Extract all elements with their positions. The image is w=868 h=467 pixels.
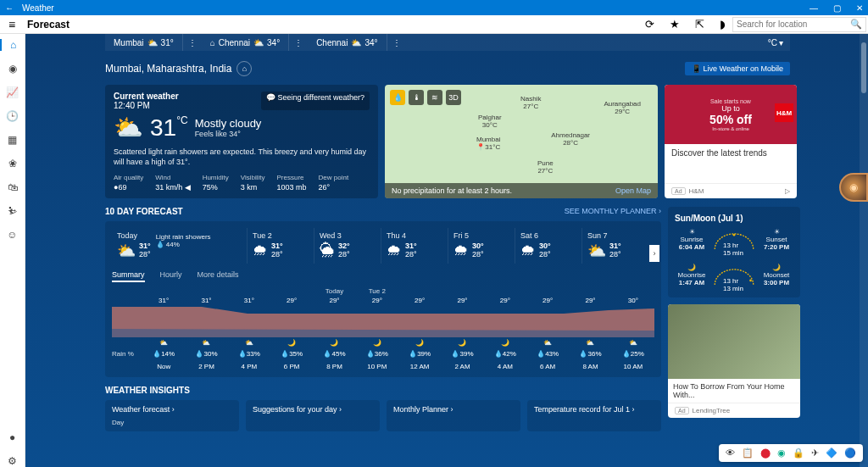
- location-tab-mumbai[interactable]: Mumbai ⛅ 31°: [105, 34, 183, 51]
- moonrise-icon: 🌙: [687, 264, 696, 271]
- different-weather-link[interactable]: 💬 Seeing different weather?: [261, 92, 370, 110]
- hm-logo: H&M: [775, 103, 793, 122]
- search-input[interactable]: [733, 18, 865, 31]
- ad-image: [668, 304, 800, 379]
- ad-panel-1[interactable]: Sale starts now Up to 50% off In-store &…: [665, 85, 797, 198]
- day-card[interactable]: Sat 6🌧30°28°: [515, 228, 582, 264]
- cloud-icon: ⛅: [147, 38, 158, 47]
- next-days-icon[interactable]: ›: [649, 245, 659, 262]
- weather-icon: ⛅: [114, 114, 143, 142]
- tray-icon[interactable]: 📋: [742, 448, 754, 459]
- tab-more-icon[interactable]: ⋮: [183, 38, 202, 47]
- tray-icon[interactable]: 🔒: [793, 448, 804, 459]
- insight-suggestions[interactable]: Suggestions for your day ›: [246, 400, 380, 431]
- day-card[interactable]: Sun 7⛅31°28°: [582, 228, 649, 264]
- weather-icon: 🌧: [520, 242, 536, 259]
- day-card[interactable]: Thu 4🌧31°28°: [381, 228, 448, 264]
- current-temp: 31: [150, 114, 176, 141]
- cloud-icon: ⛅: [253, 38, 264, 47]
- tray-icon[interactable]: ✈: [811, 448, 819, 459]
- current-weather-panel: Current weather 12:40 PM 💬 Seeing differ…: [105, 85, 378, 198]
- weather-map[interactable]: 💧 🌡 ≋ 3D Nashik27°C Aurangabad29°C Palgh…: [385, 85, 658, 198]
- sidebar: ⌂ ◉ 📈 🕒 ▦ ❀ 🛍 ⛷ ☺ ● ⚙: [0, 34, 25, 467]
- sidebar-item-settings[interactable]: ⚙: [8, 455, 17, 467]
- forecast-title: 10 DAY FORECAST: [105, 207, 183, 216]
- maximize-icon[interactable]: ▢: [833, 3, 841, 13]
- favorite-icon[interactable]: ★: [670, 18, 680, 31]
- day-card[interactable]: Fri 5🌧30°28°: [448, 228, 515, 264]
- assistant-button[interactable]: ◉: [839, 173, 868, 202]
- sidebar-item-monthly[interactable]: ▦: [8, 134, 17, 146]
- day-card-today[interactable]: Today ⛅ 31°28° Light rain showers💧 44%: [112, 228, 248, 264]
- day-card[interactable]: Tue 2🌧31°28°: [248, 228, 314, 264]
- sidebar-item-pollen[interactable]: ❀: [8, 158, 17, 170]
- monthly-planner-link[interactable]: SEE MONTHLY PLANNER ›: [565, 207, 661, 216]
- map-temp-icon[interactable]: 🌡: [409, 90, 424, 105]
- sidebar-item-feedback[interactable]: ●: [9, 431, 15, 443]
- insight-planner[interactable]: Monthly Planner ›: [387, 400, 520, 431]
- tab-more-icon[interactable]: ⋮: [387, 38, 406, 47]
- close-icon[interactable]: ✕: [856, 3, 863, 13]
- sidebar-item-life[interactable]: 🛍: [8, 181, 18, 193]
- map-precip-icon[interactable]: 💧: [390, 90, 405, 105]
- search-icon[interactable]: 🔍: [850, 19, 862, 30]
- sidebar-item-hourly[interactable]: 📈: [6, 86, 19, 98]
- tray-icon[interactable]: 🔵: [844, 448, 856, 459]
- scrollbar[interactable]: [860, 34, 868, 467]
- feels-like: Feels like 34°: [195, 130, 262, 138]
- day-card[interactable]: Wed 3🌦32°28°: [314, 228, 381, 264]
- sidebar-item-maps[interactable]: ◉: [8, 63, 17, 75]
- theme-icon[interactable]: ◗: [720, 18, 726, 31]
- ad-choices-icon[interactable]: ▷: [785, 187, 790, 195]
- svg-point-0: [733, 234, 736, 236]
- sidebar-item-ski[interactable]: ⛷: [8, 205, 18, 217]
- weather-icon: 🌧: [387, 242, 402, 259]
- sidebar-item-favorites[interactable]: ☺: [7, 229, 17, 241]
- current-label: Current weather: [114, 92, 179, 101]
- tray-icon[interactable]: 🔷: [826, 448, 837, 459]
- tray-icon[interactable]: ⬤: [760, 448, 771, 459]
- tab-summary[interactable]: Summary: [112, 270, 145, 282]
- minimize-icon[interactable]: —: [810, 3, 818, 13]
- current-time: 12:40 PM: [114, 101, 150, 110]
- hourly-temp-graph: 31°31°31° 29°29°29° 29°29°29° 29°29°30°: [112, 297, 654, 337]
- chevron-down-icon: ▾: [779, 38, 783, 47]
- weather-icon: 🌧: [453, 242, 469, 259]
- title-bar: ← Weather — ▢ ✕: [0, 0, 868, 15]
- svg-point-1: [749, 280, 752, 282]
- moonset-icon: 🌙: [772, 264, 781, 271]
- live-weather-mobile-button[interactable]: 📱 Live Weather on Mobile: [685, 62, 790, 75]
- hourly-icons-row: ⛅⛅⛅🌙🌙🌙 🌙🌙🌙⛅⛅⛅: [112, 339, 654, 347]
- insight-forecast[interactable]: Weather forecast ›Day: [105, 400, 239, 431]
- hamburger-icon[interactable]: ≡: [0, 18, 24, 31]
- map-wind-icon[interactable]: ≋: [427, 90, 442, 105]
- weather-icon: 🌧: [253, 242, 268, 259]
- map-3d-button[interactable]: 3D: [446, 90, 461, 105]
- home-icon: ⌂: [210, 38, 215, 47]
- back-icon[interactable]: ←: [5, 3, 15, 13]
- tab-hourly[interactable]: Hourly: [160, 270, 182, 282]
- tab-more-icon[interactable]: ⋮: [289, 38, 308, 47]
- unit-toggle[interactable]: °C ▾: [761, 38, 790, 47]
- sidebar-item-forecast[interactable]: ⌂: [0, 39, 25, 51]
- location-tab-chennai-2[interactable]: Chennai ⛅ 34°: [308, 34, 387, 51]
- main-content: Mumbai ⛅ 31° ⋮ ⌂ Chennai ⛅ 34° ⋮ Chennai…: [25, 34, 868, 467]
- search-box[interactable]: 🔍: [732, 17, 866, 32]
- weather-icon: ⛅: [587, 242, 606, 260]
- chat-icon: 💬: [266, 93, 278, 102]
- toolbar: ≡ Forecast ⟳ ★ ⇱ ◗ 🔍: [0, 15, 868, 34]
- location-tab-chennai-1[interactable]: ⌂ Chennai ⛅ 34°: [202, 34, 289, 51]
- tray-icon[interactable]: ◉: [777, 448, 786, 459]
- insight-record[interactable]: Temperature record for Jul 1 ›: [527, 400, 661, 431]
- open-map-link[interactable]: Open Map: [615, 186, 651, 195]
- map-note: No precipitation for at least 2 hours.: [392, 186, 512, 195]
- scrollbar-thumb[interactable]: [861, 42, 866, 93]
- sidebar-item-historical[interactable]: 🕒: [6, 110, 19, 122]
- pin-icon[interactable]: ⇱: [695, 18, 704, 31]
- tab-more-details[interactable]: More details: [198, 270, 239, 282]
- tray-icon[interactable]: 👁: [726, 448, 735, 459]
- ad-panel-2[interactable]: How To Borrow From Your Home With... Ad …: [668, 304, 800, 418]
- system-tray: 👁 📋 ⬤ ◉ 🔒 ✈ 🔷 🔵: [719, 444, 863, 462]
- set-home-button[interactable]: ⌂: [236, 61, 252, 76]
- refresh-icon[interactable]: ⟳: [645, 18, 654, 31]
